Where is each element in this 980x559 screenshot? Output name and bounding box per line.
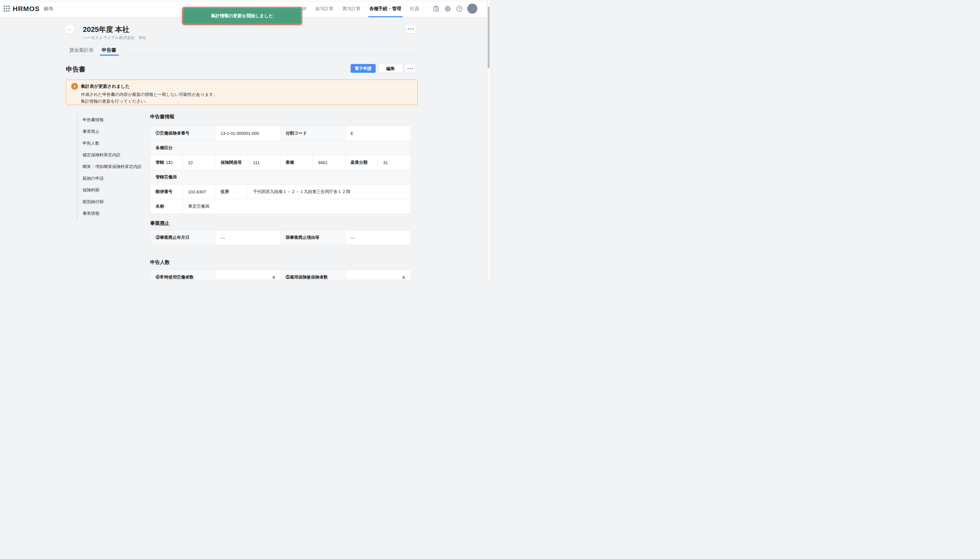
side-nav-item-6[interactable]: 保険料額 [83, 184, 150, 196]
table-row: ④常時使用労働者数9⑤雇用保険被保険者数8 [150, 270, 411, 280]
nav-item-1[interactable]: 給与計算 [316, 0, 334, 17]
section-heading-declared-headcount: 申告人数 [150, 260, 170, 266]
page-title: 2025年度 本社 [83, 25, 129, 35]
side-nav-item-7[interactable]: 期別納付額 [83, 196, 150, 208]
back-button[interactable]: ← [65, 24, 74, 33]
table-row: 郵便番号102-8307住所千代田区九段南１－２－１九段第三合同庁舎１２階 [150, 185, 411, 199]
declaration-section-title: 申告書 [66, 65, 86, 74]
field-label: 分割コード [281, 126, 345, 141]
main-nav: TOP給与計算賞与計算各種手続・管理社員 [297, 0, 419, 17]
business-closure-table: ③事業廃止年月日---㉔事業廃止理由等--- [150, 230, 411, 245]
tab-separator [66, 56, 418, 56]
section-more-button[interactable] [405, 64, 416, 73]
field-value: 13-1-01-000001-000 [215, 126, 281, 141]
table-row: ③事業廃止年月日---㉔事業廃止理由等--- [150, 230, 411, 245]
nav-item-2[interactable]: 賞与計算 [342, 0, 361, 17]
settings-gear-icon[interactable] [445, 5, 451, 12]
field-value: 東京労働局 [183, 199, 410, 214]
warning-text-line1: 作成された申告書の内容が最新の情報と一致しない可能性があります。 [81, 92, 218, 98]
page-subtitle: ハーモストライアル株式会社 本社 [83, 35, 146, 41]
field-label: 管轄（2） [150, 155, 183, 170]
table-row: 管轄労働局 [150, 170, 411, 185]
field-label: 郵便番号 [150, 185, 183, 199]
table-row: 管轄（2）22保険関係等111業種9451産業分類31 [150, 155, 411, 170]
field-label: 産業分類 [345, 155, 378, 170]
field-value: --- [215, 230, 281, 245]
field-value: E [345, 126, 410, 141]
section-heading-business-closure: 事業廃止 [150, 220, 170, 227]
scrollbar-thumb[interactable] [488, 7, 490, 68]
field-value: 102-8307 [183, 185, 215, 199]
field-value: 千代田区九段南１－２－１九段第三合同庁舎１２階 [248, 185, 410, 199]
field-label: ③事業廃止年月日 [150, 230, 215, 245]
logo-product-label: 給与 [44, 6, 53, 12]
field-value: 9 [215, 270, 281, 280]
update-warning-banner: ! 集計表が更新されました 作成された申告書の内容が最新の情報と一致しない可能性… [66, 79, 418, 105]
field-label: 業種 [281, 155, 313, 170]
warning-text-line2: 集計情報の更新を行ってください。 [81, 98, 149, 104]
tab-wage-summary[interactable]: 賃金集計表 [69, 47, 94, 53]
table-row: 名称東京労働局 [150, 199, 411, 214]
back-arrow-icon: ← [67, 26, 72, 32]
field-label: ⑤雇用保険被保険者数 [281, 270, 345, 280]
field-label: 保険関係等 [215, 155, 248, 170]
page-more-button[interactable] [405, 24, 416, 33]
toast-notification: 集計情報の更新を開始しました [183, 8, 301, 24]
side-nav-item-5[interactable]: 延納の申請 [83, 172, 150, 184]
warning-icon: ! [71, 83, 78, 90]
declared-headcount-table: ④常時使用労働者数9⑤雇用保険被保険者数8 [150, 270, 411, 280]
section-side-nav: 申告書情報事業廃止申告人数確定保険料算定内訳概算・増加概算保険料算定内訳延納の申… [77, 114, 150, 219]
field-label: ㉔事業廃止理由等 [281, 230, 345, 245]
section-heading-declaration-info: 申告書情報 [150, 114, 175, 120]
side-nav-item-4[interactable]: 概算・増加概算保険料算定内訳 [83, 161, 150, 172]
nav-item-4[interactable]: 社員 [410, 0, 419, 17]
warning-title: 集計表が更新されました [81, 84, 130, 89]
field-label: 各種区分 [150, 141, 410, 155]
field-label: 管轄労働局 [150, 170, 410, 185]
field-value: 31 [378, 155, 410, 170]
scrollbar-track[interactable] [487, 0, 490, 280]
field-value: 22 [183, 155, 215, 170]
field-value: 9451 [313, 155, 345, 170]
field-value: 8 [345, 270, 410, 280]
nav-divider [424, 5, 424, 13]
user-avatar[interactable] [467, 3, 477, 14]
edit-button[interactable]: 編集 [378, 64, 403, 73]
help-icon[interactable]: ? [456, 5, 463, 12]
field-value: 111 [248, 155, 281, 170]
side-nav-item-1[interactable]: 事業廃止 [83, 126, 150, 137]
table-row: ①労働保険者番号13-1-01-000001-000分割コードE [150, 126, 411, 141]
svg-text:?: ? [458, 7, 461, 11]
logo-text: HRMOS [13, 5, 40, 13]
side-nav-item-0[interactable]: 申告書情報 [83, 114, 150, 126]
table-row: 各種区分 [150, 141, 411, 155]
e-apply-button[interactable]: 電子申請 [350, 64, 376, 73]
declaration-info-table: ①労働保険者番号13-1-01-000001-000分割コードE各種区分管轄（2… [150, 126, 411, 214]
field-label: 名称 [150, 199, 183, 214]
toast-message: 集計情報の更新を開始しました [211, 13, 273, 19]
field-label: ①労働保険者番号 [150, 126, 215, 141]
field-label: ④常時使用労働者数 [150, 270, 215, 280]
side-nav-item-8[interactable]: 事業情報 [83, 208, 150, 219]
side-nav-item-2[interactable]: 申告人数 [83, 137, 150, 149]
nav-item-3[interactable]: 各種手続・管理 [369, 0, 401, 17]
tab-declaration[interactable]: 申告書 [102, 47, 116, 53]
tasks-clipboard-icon[interactable] [433, 5, 439, 12]
field-value: --- [345, 230, 410, 245]
side-nav-item-3[interactable]: 確定保険料算定内訳 [83, 149, 150, 161]
app-grid-icon[interactable] [3, 5, 10, 12]
app-window: HRMOS 給与 TOP給与計算賞与計算各種手続・管理社員 ? [0, 0, 490, 280]
app-logo[interactable]: HRMOS 給与 [3, 0, 53, 17]
field-label: 住所 [215, 185, 248, 199]
